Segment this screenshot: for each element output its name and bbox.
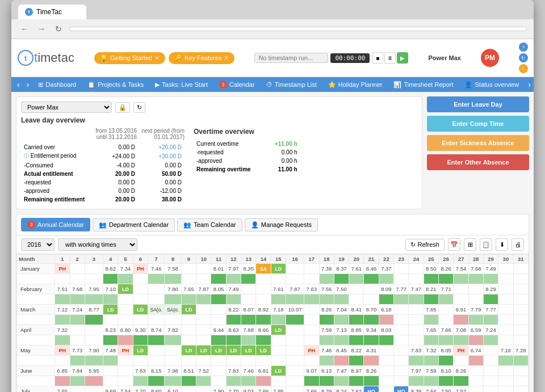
calendar-cell[interactable]: 8.26 bbox=[364, 366, 379, 376]
calendar-cell[interactable] bbox=[498, 305, 513, 315]
calendar-cell[interactable]: SA(o. bbox=[165, 305, 181, 315]
calendar-cell[interactable]: 7.55 bbox=[55, 386, 70, 393]
calendar-cell[interactable] bbox=[196, 264, 211, 274]
calendar-cell[interactable]: 7.48 bbox=[103, 345, 118, 356]
calendar-cell[interactable]: 7.51 bbox=[55, 284, 70, 294]
tab-manage-requests[interactable]: 👤 Manage Requests bbox=[245, 218, 318, 231]
calendar-cell[interactable]: 9.03 bbox=[241, 386, 256, 393]
calendar-cell[interactable]: 8.85 bbox=[349, 325, 364, 335]
calendar-cell[interactable]: 8.41 bbox=[349, 305, 364, 315]
calendar-cell[interactable]: 7.47 bbox=[409, 284, 424, 294]
calendar-cell[interactable] bbox=[394, 305, 409, 315]
calendar-cell[interactable] bbox=[394, 366, 409, 376]
calendar-cell[interactable]: 7.12 bbox=[55, 305, 70, 315]
calendar-cell[interactable]: LD bbox=[133, 305, 148, 315]
calendar-cell[interactable] bbox=[513, 305, 528, 315]
calendar-cell[interactable]: 7.73 bbox=[70, 345, 85, 356]
calendar-cell[interactable] bbox=[133, 284, 148, 294]
calendar-cell[interactable]: 7.16 bbox=[498, 345, 513, 356]
calendar-cell[interactable]: 8.26 bbox=[439, 264, 454, 274]
calendar-cell[interactable] bbox=[513, 386, 528, 393]
calendar-cell[interactable] bbox=[379, 366, 393, 376]
calendar-cell[interactable]: 6.59 bbox=[468, 325, 483, 335]
calendar-cell[interactable] bbox=[148, 284, 164, 294]
calendar-cell[interactable]: PH bbox=[304, 345, 319, 356]
calendar-cell[interactable]: 7.56 bbox=[319, 284, 334, 294]
tab-status[interactable]: 👤 Status overview bbox=[459, 78, 525, 92]
tab-timestamp[interactable]: ⏱ Timestamp List bbox=[261, 78, 322, 91]
lock-button[interactable]: 🔒 bbox=[115, 102, 130, 113]
calendar-cell[interactable]: 7.18 bbox=[271, 305, 286, 315]
calendar-cell[interactable]: LD bbox=[103, 305, 118, 315]
calendar-cell[interactable] bbox=[498, 366, 513, 376]
calendar-cell[interactable]: 8.29 bbox=[319, 386, 334, 393]
calendar-cell[interactable]: 8.39 bbox=[409, 386, 424, 393]
calendar-cell[interactable]: 6.81 bbox=[256, 366, 271, 376]
help-icon[interactable]: ? bbox=[519, 43, 528, 52]
calendar-cell[interactable]: 10.07 bbox=[286, 305, 304, 315]
calendar-cell[interactable]: 7.37 bbox=[379, 264, 393, 274]
calendar-cell[interactable] bbox=[468, 366, 483, 376]
calendar-cell[interactable]: LD bbox=[181, 305, 196, 315]
calendar-cell[interactable] bbox=[181, 386, 196, 393]
calendar-cell[interactable]: 7.28 bbox=[513, 345, 528, 356]
calendar-cell[interactable]: 7.61 bbox=[349, 264, 364, 274]
calendar-cell[interactable]: 7.68 bbox=[241, 325, 256, 335]
calendar-cell[interactable]: 8.51 bbox=[181, 366, 196, 376]
calendar-cell[interactable]: 7.90 bbox=[85, 345, 103, 356]
calendar-cell[interactable]: LD bbox=[271, 366, 286, 376]
calendar-cell[interactable] bbox=[468, 284, 483, 294]
nav-left-arrow[interactable]: ‹ bbox=[14, 78, 23, 91]
calendar-cell[interactable] bbox=[286, 325, 304, 335]
calendar-cell[interactable] bbox=[181, 264, 196, 274]
calendar-cell[interactable]: HO bbox=[394, 386, 409, 393]
calendar-cell[interactable] bbox=[349, 284, 364, 294]
calendar-cell[interactable]: LD bbox=[241, 345, 256, 356]
calendar-cell[interactable]: 9.69 bbox=[103, 386, 118, 393]
timestamp-input[interactable] bbox=[254, 53, 328, 63]
calendar-cell[interactable]: 7.70 bbox=[226, 386, 241, 393]
calendar-cell[interactable] bbox=[286, 366, 304, 376]
calendar-cell[interactable] bbox=[394, 345, 409, 356]
calendar-cell[interactable]: 8.21 bbox=[424, 284, 438, 294]
calendar-cell[interactable]: 8.37 bbox=[334, 264, 349, 274]
calendar-cell[interactable]: 7.68 bbox=[70, 284, 85, 294]
calendar-cell[interactable]: 7.71 bbox=[439, 284, 454, 294]
calendar-cell[interactable]: LD bbox=[196, 345, 211, 356]
tab-annual-calendar[interactable]: 3 Annual Calendar bbox=[21, 218, 90, 231]
calendar-cell[interactable] bbox=[286, 345, 304, 356]
calendar-cell[interactable] bbox=[271, 345, 286, 356]
calendar-cell[interactable]: 7.83 bbox=[409, 345, 424, 356]
calendar-cell[interactable]: 7.66 bbox=[304, 386, 319, 393]
calendar-cell[interactable]: LD bbox=[271, 264, 286, 274]
calendar-cell[interactable]: 7.83 bbox=[133, 366, 148, 376]
calendar-cell[interactable]: PH bbox=[55, 264, 70, 274]
nav-more[interactable]: › bbox=[525, 78, 534, 91]
calendar-cell[interactable]: 7.54 bbox=[454, 264, 468, 274]
calendar-cell[interactable]: HO bbox=[364, 386, 379, 393]
calendar-cell[interactable]: 6.10 bbox=[165, 386, 181, 393]
calendar-cell[interactable]: 7.87 bbox=[196, 284, 211, 294]
calendar-cell[interactable]: 9.30 bbox=[133, 325, 148, 335]
calendar-cell[interactable]: PH bbox=[454, 345, 468, 356]
calendar-cell[interactable] bbox=[513, 325, 528, 335]
enter-leave-day-button[interactable]: Enter Leave Day bbox=[427, 96, 529, 112]
calendar-cell[interactable] bbox=[286, 386, 304, 393]
calendar-cell[interactable]: 7.77 bbox=[483, 305, 498, 315]
calendar-cell[interactable]: SA bbox=[256, 264, 271, 274]
tab-dashboard[interactable]: ⊞ Dashboard bbox=[32, 78, 82, 92]
calendar-cell[interactable] bbox=[85, 264, 103, 274]
calendar-cell[interactable] bbox=[394, 325, 409, 335]
calendar-cell[interactable]: 7.68 bbox=[468, 264, 483, 274]
calendar-cell[interactable] bbox=[118, 366, 133, 376]
user-select[interactable]: Power Max bbox=[21, 102, 112, 113]
close-key-features-icon[interactable]: ✕ bbox=[224, 54, 229, 62]
tab-timesheet[interactable]: 📊 Timesheet Report bbox=[388, 78, 459, 92]
calendar-icon-btn-2[interactable]: ⊞ bbox=[464, 238, 476, 251]
calendar-cell[interactable]: 4.31 bbox=[364, 345, 379, 356]
calendar-cell[interactable]: 6.18 bbox=[379, 305, 393, 315]
calendar-cell[interactable]: 7.66 bbox=[439, 325, 454, 335]
calendar-cell[interactable]: 7.70 bbox=[133, 386, 148, 393]
calendar-cell[interactable] bbox=[498, 325, 513, 335]
calendar-cell[interactable]: 8.70 bbox=[364, 305, 379, 315]
